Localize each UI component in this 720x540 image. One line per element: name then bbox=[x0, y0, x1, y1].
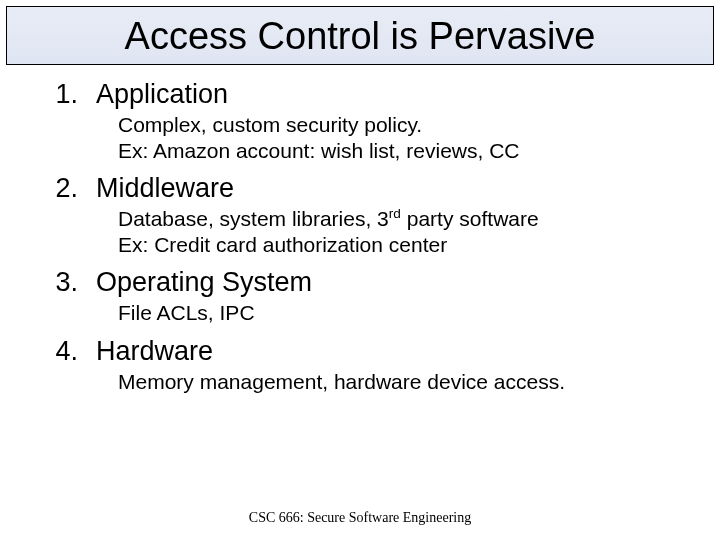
item-heading: Hardware bbox=[96, 336, 690, 367]
list-item: 3. Operating System File ACLs, IPC bbox=[30, 267, 690, 326]
item-sub: Complex, custom security policy. Ex: Ama… bbox=[118, 112, 690, 163]
sub-line: Memory management, hardware device acces… bbox=[118, 370, 565, 393]
item-number: 2. bbox=[30, 173, 96, 204]
item-sub: File ACLs, IPC bbox=[118, 300, 690, 326]
item-heading: Middleware bbox=[96, 173, 690, 204]
item-head: 2. Middleware bbox=[30, 173, 690, 204]
sub-line: Complex, custom security policy. bbox=[118, 113, 422, 136]
sub-line: File ACLs, IPC bbox=[118, 301, 255, 324]
item-number: 1. bbox=[30, 79, 96, 110]
sub-line: Ex: Amazon account: wish list, reviews, … bbox=[118, 139, 519, 162]
sub-line: Ex: Credit card authorization center bbox=[118, 233, 447, 256]
item-heading: Operating System bbox=[96, 267, 690, 298]
sub-line-pre: Database, system libraries, 3 bbox=[118, 207, 389, 230]
list-item: 4. Hardware Memory management, hardware … bbox=[30, 336, 690, 395]
item-sub: Memory management, hardware device acces… bbox=[118, 369, 690, 395]
slide-title: Access Control is Pervasive bbox=[125, 15, 596, 57]
item-number: 3. bbox=[30, 267, 96, 298]
item-head: 4. Hardware bbox=[30, 336, 690, 367]
sub-line-sup: rd bbox=[389, 206, 401, 221]
item-head: 1. Application bbox=[30, 79, 690, 110]
sub-line-post: party software bbox=[401, 207, 539, 230]
item-head: 3. Operating System bbox=[30, 267, 690, 298]
content-area: 1. Application Complex, custom security … bbox=[0, 65, 720, 395]
list-item: 2. Middleware Database, system libraries… bbox=[30, 173, 690, 257]
item-number: 4. bbox=[30, 336, 96, 367]
title-bar: Access Control is Pervasive bbox=[6, 6, 714, 65]
item-sub: Database, system libraries, 3rd party so… bbox=[118, 206, 690, 257]
item-heading: Application bbox=[96, 79, 690, 110]
list-item: 1. Application Complex, custom security … bbox=[30, 79, 690, 163]
slide-footer: CSC 666: Secure Software Engineering bbox=[0, 510, 720, 526]
